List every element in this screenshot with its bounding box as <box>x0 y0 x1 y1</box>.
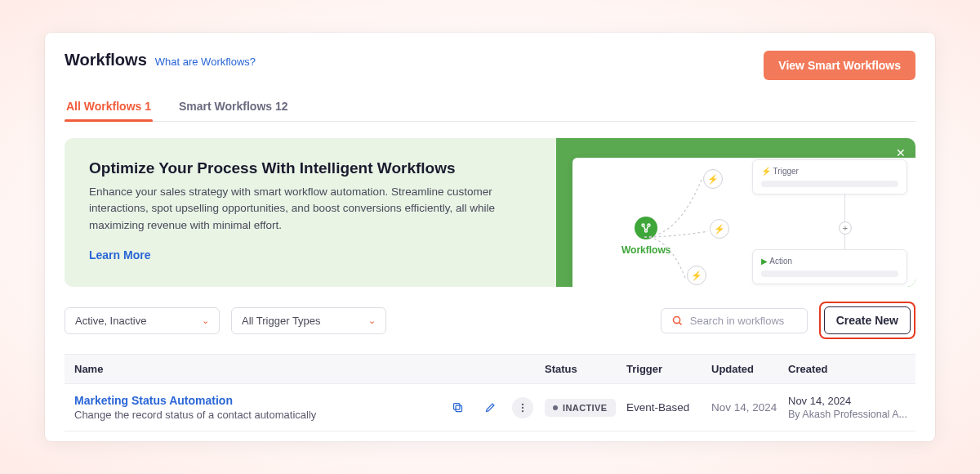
node-icon: ⚡ <box>710 219 729 239</box>
status-filter-dropdown[interactable]: Active, Inactive ⌄ <box>65 307 220 334</box>
node-icon: ⚡ <box>687 266 706 285</box>
node-icon: ⚡ <box>703 169 723 189</box>
search-field[interactable] <box>661 308 808 333</box>
page-title: Workflows <box>65 51 147 69</box>
tabs: All Workflows 1 Smart Workflows 12 <box>65 92 915 122</box>
svg-rect-6 <box>453 404 460 410</box>
workflows-panel: Workflows What are Workflows? View Smart… <box>45 33 935 441</box>
table-header: Name Status Trigger Updated Created <box>65 354 915 384</box>
duplicate-icon[interactable] <box>447 397 468 418</box>
svg-point-3 <box>673 316 679 323</box>
learn-more-link[interactable]: Learn More <box>89 248 150 262</box>
svg-point-9 <box>522 409 523 411</box>
svg-line-4 <box>679 322 681 324</box>
plus-icon: + <box>839 221 852 235</box>
search-icon <box>671 315 684 327</box>
view-smart-workflows-button[interactable]: View Smart Workflows <box>764 51 915 80</box>
banner-title: Optimize Your Process With Intelligent W… <box>89 159 532 177</box>
chevron-down-icon: ⌄ <box>368 315 376 326</box>
banner-description: Enhance your sales strategy with smart w… <box>89 184 530 234</box>
workflow-icon <box>635 217 657 239</box>
banner-illustration: ✕ Workflows ⚡ ⚡ ⚡ + <box>556 138 915 287</box>
workflow-description: Change the record status of a contact au… <box>74 409 447 421</box>
svg-rect-5 <box>456 405 462 412</box>
workflow-label: Workflows <box>621 244 670 256</box>
trigger-value: Event-Based <box>626 401 711 414</box>
edit-icon[interactable] <box>479 397 501 418</box>
col-updated: Updated <box>711 363 788 375</box>
close-icon[interactable]: ✕ <box>896 146 906 159</box>
col-name: Name <box>71 363 545 375</box>
workflow-name-link[interactable]: Marketing Status Automation <box>74 394 447 407</box>
col-created: Created <box>788 363 909 375</box>
col-trigger: Trigger <box>626 363 711 375</box>
created-by: By Akash Professional A... <box>788 409 909 420</box>
controls-row: Active, Inactive ⌄ All Trigger Types ⌄ C… <box>65 302 915 339</box>
status-badge: INACTIVE <box>545 399 616 417</box>
create-new-highlight: Create New <box>819 302 915 339</box>
more-icon[interactable] <box>512 397 533 418</box>
status-filter-value: Active, Inactive <box>75 315 146 327</box>
created-date: Nov 14, 2024 <box>788 395 909 407</box>
svg-point-7 <box>522 403 523 405</box>
table-row: Marketing Status Automation Change the r… <box>65 384 915 432</box>
promo-banner: Optimize Your Process With Intelligent W… <box>65 138 915 287</box>
col-status: Status <box>545 363 626 375</box>
updated-value: Nov 14, 2024 <box>711 401 788 414</box>
tab-all-workflows[interactable]: All Workflows 1 <box>65 92 153 121</box>
help-link[interactable]: What are Workflows? <box>155 56 256 68</box>
create-new-button[interactable]: Create New <box>824 306 911 334</box>
search-input[interactable] <box>690 315 797 327</box>
trigger-filter-value: All Trigger Types <box>242 315 321 327</box>
svg-point-8 <box>522 406 523 408</box>
chevron-down-icon: ⌄ <box>202 315 209 326</box>
action-card: ▶ Action <box>752 249 907 284</box>
trigger-filter-dropdown[interactable]: All Trigger Types ⌄ <box>231 307 386 334</box>
tab-smart-workflows[interactable]: Smart Workflows 12 <box>177 92 290 121</box>
trigger-card: ⚡ Trigger <box>752 159 907 195</box>
